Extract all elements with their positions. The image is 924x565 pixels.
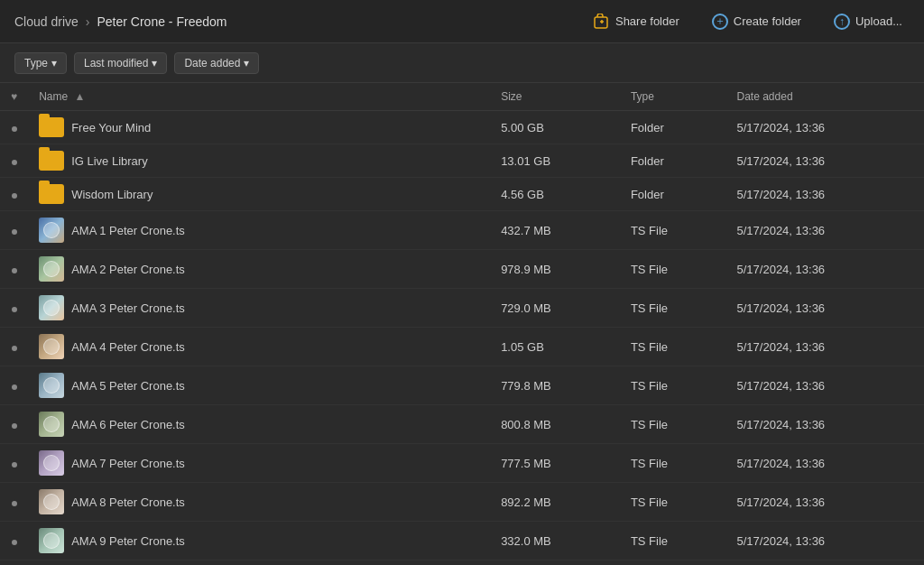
type-filter-chevron: ▾	[51, 57, 57, 69]
header: Cloud drive › Peter Crone - Freedom Shar…	[0, 0, 924, 43]
col-date-header[interactable]: Date added	[726, 83, 924, 111]
file-name-cell[interactable]: AMA 5 Peter Crone.ts	[28, 366, 490, 405]
share-folder-button[interactable]: Share folder	[587, 10, 687, 33]
file-name: AMA 2 Peter Crone.ts	[71, 263, 185, 276]
file-name-cell[interactable]: AMA 8 Peter Crone.ts	[28, 483, 490, 522]
dot-indicator	[12, 307, 17, 312]
table-row[interactable]: AMA 10 Peter Crone.ts515.2 MBTS File5/17…	[0, 560, 924, 566]
share-folder-label: Share folder	[615, 14, 679, 28]
file-type: Folder	[620, 144, 726, 178]
file-name-cell[interactable]: AMA 10 Peter Crone.ts	[28, 560, 490, 566]
file-name: AMA 4 Peter Crone.ts	[71, 340, 185, 354]
favorite-dot[interactable]	[0, 144, 28, 178]
dot-indicator	[12, 501, 17, 506]
table-row[interactable]: Free Your Mind5.00 GBFolder5/17/2024, 13…	[0, 111, 924, 144]
file-date: 5/17/2024, 13:36	[726, 178, 924, 211]
table-row[interactable]: Wisdom Library4.56 GBFolder5/17/2024, 13…	[0, 178, 924, 211]
favorite-dot[interactable]	[0, 178, 28, 211]
svg-rect-0	[595, 17, 607, 28]
file-date: 5/17/2024, 13:36	[726, 328, 924, 366]
file-size: 13.01 GB	[490, 144, 620, 178]
table-row[interactable]: AMA 2 Peter Crone.ts978.9 MBTS File5/17/…	[0, 250, 924, 289]
table-row[interactable]: AMA 4 Peter Crone.ts1.05 GBTS File5/17/2…	[0, 328, 924, 366]
file-thumbnail	[39, 295, 64, 320]
file-name-cell[interactable]: AMA 1 Peter Crone.ts	[28, 211, 490, 250]
file-type: TS File	[620, 560, 726, 566]
file-date: 5/17/2024, 13:36	[726, 405, 924, 444]
table-header-row: ♥ Name ▲ Size Type Date added	[0, 83, 924, 111]
file-date: 5/17/2024, 13:36	[726, 483, 924, 522]
file-thumbnail	[39, 218, 64, 243]
file-size: 332.0 MB	[490, 522, 620, 560]
file-size: 4.56 GB	[490, 178, 620, 211]
table-row[interactable]: AMA 8 Peter Crone.ts892.2 MBTS File5/17/…	[0, 483, 924, 522]
date-added-filter-chevron: ▾	[244, 57, 249, 69]
favorite-dot[interactable]	[0, 366, 28, 405]
favorite-dot[interactable]	[0, 522, 28, 560]
favorite-dot[interactable]	[0, 211, 28, 250]
favorite-dot[interactable]	[0, 328, 28, 366]
table-row[interactable]: AMA 7 Peter Crone.ts777.5 MBTS File5/17/…	[0, 444, 924, 483]
last-modified-filter-button[interactable]: Last modified ▾	[74, 52, 167, 74]
favorite-dot[interactable]	[0, 560, 28, 566]
col-type-header[interactable]: Type	[620, 83, 726, 111]
file-type: TS File	[620, 289, 726, 328]
file-thumbnail	[39, 489, 64, 514]
file-type: Folder	[620, 178, 726, 211]
file-name-cell[interactable]: IG Live Library	[28, 144, 490, 178]
file-name-cell[interactable]: Free Your Mind	[28, 111, 490, 144]
favorite-dot[interactable]	[0, 250, 28, 289]
file-name-cell[interactable]: Wisdom Library	[28, 178, 490, 211]
table-row[interactable]: AMA 9 Peter Crone.ts332.0 MBTS File5/17/…	[0, 522, 924, 560]
file-date: 5/17/2024, 13:36	[726, 289, 924, 328]
file-date: 5/17/2024, 13:36	[726, 444, 924, 483]
table-row[interactable]: AMA 3 Peter Crone.ts729.0 MBTS File5/17/…	[0, 289, 924, 328]
breadcrumb-root[interactable]: Cloud drive	[14, 14, 79, 29]
create-folder-button[interactable]: ＋ Create folder	[705, 10, 808, 33]
dot-indicator	[12, 346, 17, 351]
date-added-filter-button[interactable]: Date added ▾	[174, 52, 259, 74]
breadcrumb-current[interactable]: Peter Crone - Freedom	[97, 14, 227, 29]
file-size: 729.0 MB	[490, 289, 620, 328]
file-name: AMA 3 Peter Crone.ts	[71, 301, 185, 315]
col-size-header[interactable]: Size	[490, 83, 620, 111]
type-filter-label: Type	[24, 57, 48, 69]
table-row[interactable]: AMA 1 Peter Crone.ts432.7 MBTS File5/17/…	[0, 211, 924, 250]
file-size: 5.00 GB	[490, 111, 620, 144]
file-type: TS File	[620, 211, 726, 250]
file-size: 800.8 MB	[490, 405, 620, 444]
file-name-cell[interactable]: AMA 2 Peter Crone.ts	[28, 250, 490, 289]
heart-icon: ♥	[11, 90, 17, 103]
file-name-cell[interactable]: AMA 4 Peter Crone.ts	[28, 328, 490, 366]
file-date: 5/17/2024, 13:36	[726, 211, 924, 250]
upload-label: Upload...	[855, 14, 902, 28]
file-name-cell[interactable]: AMA 9 Peter Crone.ts	[28, 522, 490, 560]
file-thumbnail	[39, 412, 64, 437]
table-row[interactable]: AMA 5 Peter Crone.ts779.8 MBTS File5/17/…	[0, 366, 924, 405]
file-thumbnail	[39, 450, 64, 476]
favorite-dot[interactable]	[0, 444, 28, 483]
file-name-cell[interactable]: AMA 7 Peter Crone.ts	[28, 444, 490, 483]
table-body: Free Your Mind5.00 GBFolder5/17/2024, 13…	[0, 111, 924, 566]
favorite-dot[interactable]	[0, 405, 28, 444]
create-folder-label: Create folder	[734, 14, 801, 28]
table-row[interactable]: AMA 6 Peter Crone.ts800.8 MBTS File5/17/…	[0, 405, 924, 444]
dot-indicator	[12, 268, 17, 273]
table-row[interactable]: IG Live Library13.01 GBFolder5/17/2024, …	[0, 144, 924, 178]
dot-indicator	[12, 229, 17, 235]
folder-icon	[39, 117, 64, 137]
breadcrumb: Cloud drive › Peter Crone - Freedom	[14, 14, 226, 29]
favorite-dot[interactable]	[0, 289, 28, 328]
header-actions: Share folder ＋ Create folder ↑ Upload...	[587, 10, 910, 33]
upload-button[interactable]: ↑ Upload...	[827, 10, 910, 33]
type-filter-button[interactable]: Type ▾	[14, 52, 67, 74]
folder-icon	[39, 151, 64, 171]
dot-indicator	[12, 423, 17, 429]
col-name-header[interactable]: Name ▲	[28, 83, 490, 111]
file-name-cell[interactable]: AMA 3 Peter Crone.ts	[28, 289, 490, 328]
favorite-dot[interactable]	[0, 483, 28, 522]
col-favorite: ♥	[0, 83, 28, 111]
dot-indicator	[12, 193, 17, 199]
file-name-cell[interactable]: AMA 6 Peter Crone.ts	[28, 405, 490, 444]
favorite-dot[interactable]	[0, 111, 28, 144]
